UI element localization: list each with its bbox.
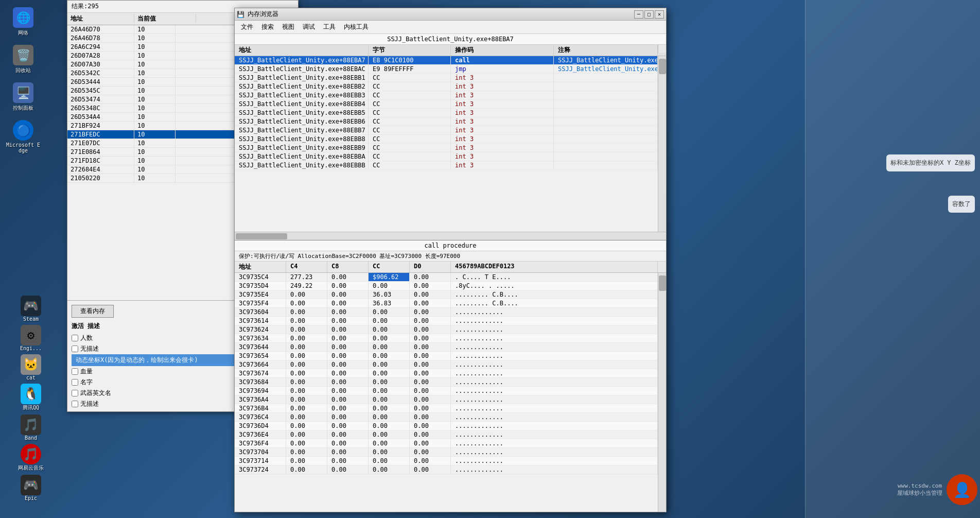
row-value: 10 xyxy=(134,113,176,121)
mem-row[interactable]: 3C9736E4 0.00 0.00 0.00 0.00 ...........… xyxy=(235,430,658,439)
mem-row-rest: ......... C.B.... xyxy=(451,299,658,307)
mem-row-c8: 0.00 xyxy=(327,378,369,386)
mem-dump-header: 保护:可执行行/读/写 AllocationBase=3C2F0000 基址=3… xyxy=(235,251,666,262)
mem-row-d0: 0.00 xyxy=(410,369,451,377)
nodesc-checkbox[interactable] xyxy=(72,346,78,352)
mem-row-cc: 0.00 xyxy=(369,439,410,447)
menu-file[interactable]: 文件 xyxy=(237,22,257,32)
menu-tools[interactable]: 工具 xyxy=(319,22,340,32)
mem-row-addr: 3C973604 xyxy=(235,308,286,316)
mem-row-addr: 3C973654 xyxy=(235,352,286,360)
mem-row-rest: ............. xyxy=(451,308,658,316)
annotation-text-2: 容数了 xyxy=(948,196,975,213)
annotation-1: 标和未加密坐标的X Y Z坐标 xyxy=(886,154,975,171)
menu-debug[interactable]: 调试 xyxy=(299,22,319,32)
mem-row[interactable]: 3C973604 0.00 0.00 0.00 0.00 ...........… xyxy=(235,308,658,317)
mem-row[interactable]: 3C973674 0.00 0.00 0.00 0.00 ...........… xyxy=(235,369,658,378)
disasm-bytes: CC xyxy=(369,82,451,91)
mem-row[interactable]: 3C9735C4 277.23 0.00 $906.62 0.00 . C...… xyxy=(235,273,658,282)
disasm-horizontal-scroll[interactable] xyxy=(235,232,666,240)
disasm-addr: SSJJ_BattleClient_Unity.exe+88EBB5 xyxy=(235,109,369,117)
disasm-row[interactable]: SSJJ_BattleClient_Unity.exe+88EBB9 CC in… xyxy=(235,144,658,152)
disasm-row[interactable]: SSJJ_BattleClient_Unity.exe+88EBA7 E8 9C… xyxy=(235,56,658,65)
taskbar-netease[interactable]: 🎵 网易云音乐 xyxy=(13,444,49,472)
control-panel-icon[interactable]: 🖥️ 控制面板 xyxy=(3,80,44,114)
taskbar-epic[interactable]: 🎮 Epic xyxy=(13,475,49,501)
nodesc2-checkbox[interactable] xyxy=(72,401,78,407)
mem-row-addr: 3C9735F4 xyxy=(235,299,286,307)
mem-row[interactable]: 3C9736B4 0.00 0.00 0.00 0.00 ...........… xyxy=(235,404,658,413)
mem-row-c4: 0.00 xyxy=(286,404,327,412)
mem-row-addr: 3C973644 xyxy=(235,343,286,351)
taskbar-band[interactable]: 🎵 Band xyxy=(13,415,49,441)
disasm-row[interactable]: SSJJ_BattleClient_Unity.exe+88EBB2 CC in… xyxy=(235,82,658,91)
renumber-checkbox[interactable] xyxy=(72,335,78,341)
main-menubar: 文件 搜索 视图 调试 工具 内核工具 xyxy=(235,21,666,34)
disasm-row[interactable]: SSJJ_BattleClient_Unity.exe+88EBBB CC in… xyxy=(235,161,658,170)
disasm-opcode: call xyxy=(451,56,554,64)
mem-row[interactable]: 3C973644 0.00 0.00 0.00 0.00 ...........… xyxy=(235,343,658,352)
minimize-button[interactable]: ─ xyxy=(634,10,643,19)
mem-row-rest: ............. xyxy=(451,325,658,334)
mem-row[interactable]: 3C9735F4 0.00 0.00 36.83 0.00 ......... … xyxy=(235,299,658,308)
disasm-row[interactable]: SSJJ_BattleClient_Unity.exe+88EBB1 CC in… xyxy=(235,74,658,82)
menu-kernel-tools[interactable]: 内核工具 xyxy=(340,22,373,32)
close-button[interactable]: ✕ xyxy=(655,10,664,19)
mem-row[interactable]: 3C973724 0.00 0.00 0.00 0.00 ...........… xyxy=(235,465,658,474)
disasm-scrollbar[interactable] xyxy=(658,56,666,232)
mem-row-rest: ............. xyxy=(451,430,658,439)
mem-row-c4: 0.00 xyxy=(286,334,327,342)
taskbar-engine[interactable]: ⚙️ Engi... xyxy=(13,325,49,351)
mem-table-inner[interactable]: 3C9735C4 277.23 0.00 $906.62 0.00 . C...… xyxy=(235,273,658,512)
weapon-checkbox[interactable] xyxy=(72,390,78,396)
mem-row[interactable]: 3C973714 0.00 0.00 0.00 0.00 ...........… xyxy=(235,457,658,465)
recycle-icon[interactable]: 🗑️ 回收站 xyxy=(3,43,44,76)
mem-row[interactable]: 3C973694 0.00 0.00 0.00 0.00 ...........… xyxy=(235,387,658,395)
maximize-button[interactable]: □ xyxy=(644,10,654,19)
mem-row[interactable]: 3C973634 0.00 0.00 0.00 0.00 ...........… xyxy=(235,334,658,343)
mem-row[interactable]: 3C973684 0.00 0.00 0.00 0.00 ...........… xyxy=(235,378,658,387)
name-checkbox[interactable] xyxy=(72,379,78,386)
mem-row[interactable]: 3C973664 0.00 0.00 0.00 0.00 ...........… xyxy=(235,360,658,369)
row-address: 26D5342C xyxy=(67,69,134,77)
mem-row-c8: 0.00 xyxy=(327,448,369,456)
row-value: 10 xyxy=(134,139,176,147)
network-icon[interactable]: 🌐 网络 xyxy=(3,5,44,39)
edge-label: Microsoft Edge xyxy=(5,142,42,153)
mem-row[interactable]: 3C9735D4 249.22 0.00 0.00 0.00 .8yC.... … xyxy=(235,282,658,290)
disasm-note: SSJJ_BattleClient_Unity.exe+1096A48 xyxy=(558,57,658,64)
nodesc-label: 无描述 xyxy=(80,344,99,353)
taskbar-qq[interactable]: 🐧 腾讯QQ xyxy=(13,384,49,411)
row-value: 10 xyxy=(134,87,176,95)
mem-row[interactable]: 3C9736C4 0.00 0.00 0.00 0.00 ...........… xyxy=(235,413,658,422)
query-memory-button[interactable]: 查看内存 xyxy=(72,305,114,318)
taskbar-cat[interactable]: 🐱 cat xyxy=(13,354,49,381)
annotation-2: 容数了 xyxy=(948,196,975,213)
disasm-row[interactable]: SSJJ_BattleClient_Unity.exe+88EBBA CC in… xyxy=(235,152,658,161)
mem-row-rest: ............. xyxy=(451,369,658,377)
mem-row[interactable]: 3C973654 0.00 0.00 0.00 0.00 ...........… xyxy=(235,352,658,360)
mem-scrollbar[interactable] xyxy=(658,273,666,512)
mem-row[interactable]: 3C9736F4 0.00 0.00 0.00 0.00 ...........… xyxy=(235,439,658,448)
disasm-row[interactable]: SSJJ_BattleClient_Unity.exe+88EBB7 CC in… xyxy=(235,126,658,135)
mem-row[interactable]: 3C9736A4 0.00 0.00 0.00 0.00 ...........… xyxy=(235,395,658,404)
disasm-row[interactable]: SSJJ_BattleClient_Unity.exe+88EBB6 CC in… xyxy=(235,117,658,126)
disasm-row[interactable]: SSJJ_BattleClient_Unity.exe+88EBB5 CC in… xyxy=(235,109,658,117)
mem-row[interactable]: 3C9736D4 0.00 0.00 0.00 0.00 ...........… xyxy=(235,422,658,430)
mem-row-c4: 0.00 xyxy=(286,465,327,474)
mem-row[interactable]: 3C973704 0.00 0.00 0.00 0.00 ...........… xyxy=(235,448,658,457)
disasm-bytes: CC xyxy=(369,135,451,143)
disasm-row[interactable]: SSJJ_BattleClient_Unity.exe+88EBAC E9 89… xyxy=(235,65,658,74)
disasm-rows[interactable]: SSJJ_BattleClient_Unity.exe+88EBA7 E8 9C… xyxy=(235,56,658,232)
menu-view[interactable]: 视图 xyxy=(278,22,299,32)
mem-row[interactable]: 3C973614 0.00 0.00 0.00 0.00 ...........… xyxy=(235,317,658,325)
disasm-row[interactable]: SSJJ_BattleClient_Unity.exe+88EBB4 CC in… xyxy=(235,100,658,109)
taskbar-steam[interactable]: 🎮 Steam xyxy=(13,296,49,322)
blood-checkbox[interactable] xyxy=(72,368,78,375)
edge-icon[interactable]: 🔵 Microsoft Edge xyxy=(3,118,44,156)
disasm-row[interactable]: SSJJ_BattleClient_Unity.exe+88EBB8 CC in… xyxy=(235,135,658,144)
menu-search[interactable]: 搜索 xyxy=(257,22,278,32)
mem-row[interactable]: 3C9735E4 0.00 0.00 36.03 0.00 ......... … xyxy=(235,290,658,299)
disasm-row[interactable]: SSJJ_BattleClient_Unity.exe+88EBB3 CC in… xyxy=(235,91,658,100)
mem-row[interactable]: 3C973624 0.00 0.00 0.00 0.00 ...........… xyxy=(235,325,658,334)
